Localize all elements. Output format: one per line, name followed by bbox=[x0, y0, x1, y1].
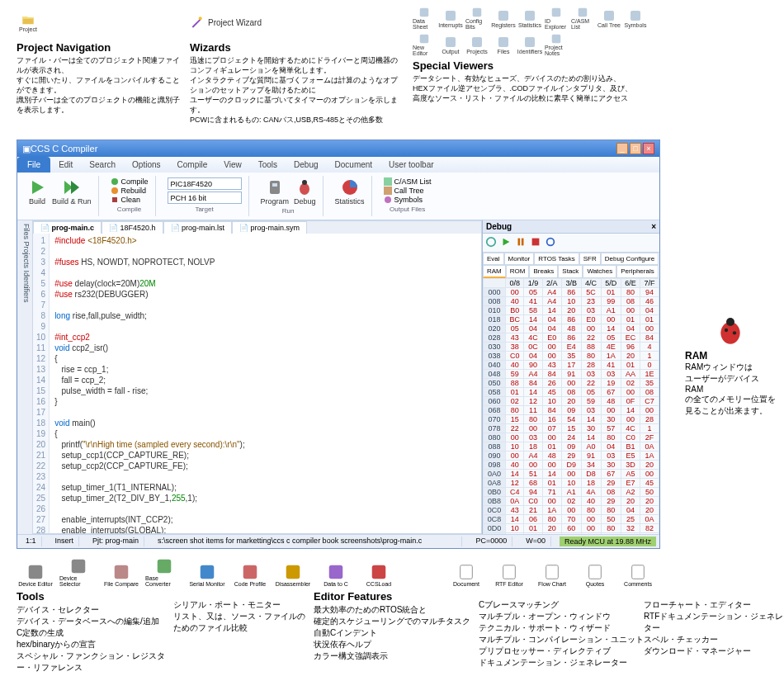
viewer-c/asm-list[interactable]: C/ASM List bbox=[571, 7, 594, 30]
minimize-button[interactable]: _ bbox=[616, 143, 628, 154]
w-value: W=00 bbox=[521, 537, 551, 546]
debug-button[interactable]: Debug bbox=[294, 177, 316, 206]
code-editor[interactable]: 1234567891011121314151617181920212223242… bbox=[33, 234, 481, 533]
viewer-registers[interactable]: Registers bbox=[492, 7, 515, 30]
menu-options[interactable]: Options bbox=[124, 157, 168, 173]
svg-rect-2 bbox=[446, 11, 456, 21]
list-item: スペシャル・ファンクション・レジスター・リファレンス bbox=[17, 650, 173, 674]
window-titlebar: ▣ CCS C Compiler _ □ × bbox=[17, 140, 659, 157]
debug-tab-ram[interactable]: RAM bbox=[483, 265, 506, 278]
debug-cycle-icon[interactable] bbox=[485, 236, 497, 249]
menu-search[interactable]: Search bbox=[81, 157, 124, 173]
viewer-config-bits[interactable]: Config Bits bbox=[465, 7, 489, 30]
viewer-projects[interactable]: Projects bbox=[465, 33, 489, 56]
editor-tool-flow-chart[interactable]: Flow Chart bbox=[533, 563, 571, 587]
debug-run-icon[interactable] bbox=[500, 236, 512, 249]
viewer-identifiers[interactable]: Identifiers bbox=[518, 33, 541, 56]
svg-point-25 bbox=[302, 180, 307, 185]
project-icon[interactable]: Project bbox=[17, 11, 40, 34]
editor-tool-rtf-editor[interactable]: RTF Editor bbox=[490, 563, 528, 587]
list-item: 状況依存ヘルプ bbox=[314, 639, 479, 650]
file-tab[interactable]: 📄 prog-main.sym bbox=[232, 221, 307, 234]
viewer-new-editor[interactable]: New Editor bbox=[413, 33, 436, 56]
editor-tool-quotes[interactable]: Quotes bbox=[576, 563, 614, 587]
clean-button[interactable]: Clean bbox=[111, 196, 149, 204]
menu-tools[interactable]: Tools bbox=[250, 157, 286, 173]
menu-user toolbar[interactable]: User toolbar bbox=[380, 157, 442, 173]
file-tab-bar: 📄 prog-main.c📄 18F4520.h📄 prog-main.lst📄… bbox=[33, 221, 481, 234]
debug-tab-eval[interactable]: Eval bbox=[483, 253, 504, 265]
debug-pause-icon[interactable] bbox=[515, 236, 527, 249]
compile-button[interactable]: Compile bbox=[111, 177, 149, 186]
debug-tab-sfr[interactable]: SFR bbox=[579, 253, 601, 265]
call-tree-button[interactable]: Call Tree bbox=[384, 187, 432, 195]
debug-step-icon[interactable] bbox=[530, 236, 541, 249]
tool-serial-monitor[interactable]: Serial Monitor bbox=[188, 563, 226, 587]
debug-tab-watches[interactable]: Watches bbox=[583, 265, 616, 278]
list-item: マルチプル・コンパイレーション・ユニット bbox=[479, 634, 644, 645]
tool-base-converter[interactable]: Base Converter bbox=[145, 557, 183, 587]
rebuild-button[interactable]: Rebuild bbox=[111, 187, 149, 195]
debug-tab-breaks[interactable]: Breaks bbox=[529, 265, 558, 278]
tool-ccsload[interactable]: CCSLoad bbox=[360, 563, 398, 587]
editor-tool-comments[interactable]: Comments bbox=[619, 563, 657, 587]
tool-file-compare[interactable]: File Compare bbox=[102, 563, 140, 587]
build-button[interactable]: Build bbox=[27, 177, 47, 206]
wizard-icon[interactable]: Project Wizard bbox=[190, 11, 262, 34]
symbols-button[interactable]: Symbols bbox=[384, 196, 432, 204]
tool-disassembler[interactable]: Disassembler bbox=[274, 563, 312, 587]
debug-reset-icon[interactable] bbox=[545, 236, 556, 249]
ram-table[interactable]: 0/81/92/A3/B4/C5/D6/E7/F0000005A4865C018… bbox=[483, 278, 659, 534]
tool-code-profile[interactable]: Code Profile bbox=[231, 563, 269, 587]
tool-data-to-c[interactable]: Data to C bbox=[317, 563, 355, 587]
statistics-button[interactable]: Statistics bbox=[335, 177, 365, 206]
list-item: RTFドキュメンテーション・ジェネレーター bbox=[644, 611, 784, 634]
viewer-data-sheet[interactable]: Data Sheet bbox=[413, 7, 436, 30]
tool-device-selector[interactable]: Device Selector bbox=[59, 557, 97, 587]
debug-tab-peripherals[interactable]: Peripherals bbox=[616, 265, 658, 278]
casm-list-button[interactable]: C/ASM List bbox=[384, 177, 432, 186]
viewer-files[interactable]: Files bbox=[492, 33, 515, 56]
file-tab[interactable]: 📄 prog-main.c bbox=[33, 221, 102, 234]
tool-device-editor[interactable]: Device Editor bbox=[17, 563, 54, 587]
viewer-interrupts[interactable]: Interrupts bbox=[439, 7, 462, 30]
window-title: CCS C Compiler bbox=[31, 144, 616, 154]
file-tab[interactable]: 📄 prog-main.lst bbox=[163, 221, 233, 234]
viewer-id-explorer[interactable]: ID Explorer bbox=[545, 7, 568, 30]
editor-tool-document[interactable]: Document bbox=[447, 563, 485, 587]
debug-tab-debug-configure[interactable]: Debug Configure bbox=[601, 253, 659, 265]
viewer-statistics[interactable]: Statistics bbox=[518, 7, 541, 30]
menu-document[interactable]: Document bbox=[327, 157, 381, 173]
menu-edit[interactable]: Edit bbox=[50, 157, 81, 173]
debug-tab-rtos-tasks[interactable]: RTOS Tasks bbox=[534, 253, 579, 265]
viewer-output[interactable]: Output bbox=[439, 33, 462, 56]
close-button[interactable]: × bbox=[643, 143, 654, 154]
target-pch-combo[interactable] bbox=[168, 191, 242, 204]
menu-debug[interactable]: Debug bbox=[286, 157, 326, 173]
svg-rect-28 bbox=[384, 187, 392, 195]
viewer-call-tree[interactable]: Call Tree bbox=[597, 7, 621, 30]
menu-view[interactable]: View bbox=[215, 157, 250, 173]
svg-marker-18 bbox=[71, 181, 79, 194]
left-side-tabs[interactable]: Files Projects Identifiers bbox=[17, 220, 32, 534]
debug-tab-stack[interactable]: Stack bbox=[558, 265, 583, 278]
pc-value: PC=0000 bbox=[470, 537, 512, 546]
debug-close-icon[interactable]: × bbox=[651, 222, 656, 231]
maximize-button[interactable]: □ bbox=[630, 143, 641, 154]
debug-tab-monitor[interactable]: Monitor bbox=[504, 253, 535, 265]
file-tab[interactable]: 📄 18F4520.h bbox=[102, 221, 163, 234]
viewer-project-notes[interactable]: Project Notes bbox=[545, 33, 568, 56]
menu-bar: File EditSearchOptionsCompileViewToolsDe… bbox=[17, 157, 659, 173]
list-item: プリプロセッサー・ディレクティブ bbox=[479, 645, 644, 657]
list-item: 最大効率のためのRTOS統合と bbox=[314, 604, 479, 616]
menu-compile[interactable]: Compile bbox=[169, 157, 216, 173]
menu-file[interactable]: File bbox=[17, 157, 50, 173]
svg-rect-8 bbox=[604, 11, 614, 21]
target-chip-combo[interactable] bbox=[168, 177, 242, 190]
svg-rect-53 bbox=[632, 565, 645, 579]
viewer-symbols[interactable]: Symbols bbox=[624, 7, 647, 30]
debug-tab-rom[interactable]: ROM bbox=[506, 265, 530, 278]
build-run-button[interactable]: Build & Run bbox=[52, 177, 92, 206]
program-button[interactable]: Program bbox=[261, 177, 290, 206]
list-item: デバイス・セレクター bbox=[17, 604, 173, 616]
